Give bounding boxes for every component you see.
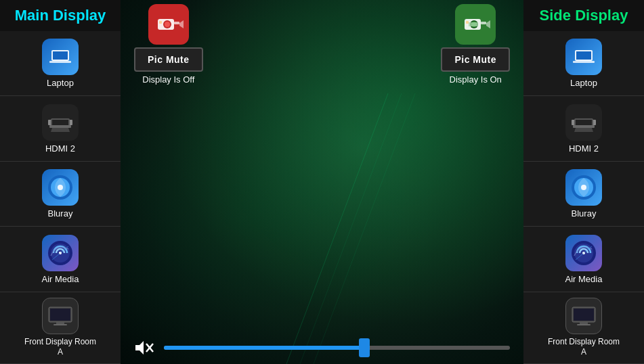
- sidebar-item-frontdisplay-right[interactable]: Front Display RoomA: [523, 292, 644, 364]
- frontdisplay-icon-right: [565, 298, 602, 334]
- bluray-label-right: Bluray: [572, 208, 597, 219]
- svg-rect-53: [580, 322, 588, 324]
- svg-marker-7: [51, 128, 70, 132]
- bluray-icon-right: [565, 169, 602, 206]
- sidebar-item-bluray-right[interactable]: Bluray: [523, 162, 644, 227]
- svg-rect-38: [576, 51, 591, 60]
- svg-rect-30: [466, 21, 469, 24]
- frontdisplay-svg-left: [47, 304, 74, 328]
- bottom-bar: [121, 332, 523, 364]
- svg-point-23: [165, 22, 170, 27]
- laptop-svg-left: [48, 45, 72, 69]
- left-sidebar: Main Display Laptop HDMI 2: [0, 0, 121, 364]
- airmedia-icon-right: [565, 235, 602, 271]
- svg-rect-52: [574, 309, 594, 321]
- airmedia-label-left: Air Media: [42, 274, 79, 284]
- laptop-icon-left: [42, 39, 79, 75]
- sidebar-item-hdmi2-right[interactable]: HDMI 2: [523, 96, 644, 161]
- bluray-label-left: Bluray: [48, 208, 73, 219]
- pic-mute-btn-left[interactable]: Pic Mute: [134, 47, 203, 72]
- hdmi2-label-right: HDMI 2: [569, 143, 599, 154]
- left-projector-icon: [148, 4, 189, 45]
- volume-slider-fill: [164, 346, 364, 350]
- projector-svg-left: [154, 9, 184, 39]
- pic-mute-btn-right[interactable]: Pic Mute: [441, 47, 510, 72]
- left-sidebar-title: Main Display: [0, 0, 121, 31]
- main-center-area: [121, 89, 523, 332]
- hdmi-svg-left: [45, 110, 75, 135]
- main-content: Pic Mute Display Is Off: [121, 0, 523, 364]
- svg-marker-34: [135, 341, 144, 355]
- frontdisplay-label-left: Front Display RoomA: [24, 337, 96, 358]
- right-projector-status: Display Is On: [450, 74, 502, 85]
- right-sidebar: Side Display Laptop HDMI 2: [523, 0, 644, 364]
- laptop-svg-right: [572, 45, 596, 69]
- svg-rect-29: [481, 22, 486, 24]
- sidebar-item-bluray-left[interactable]: Bluray: [0, 162, 121, 227]
- frontdisplay-icon-left: [42, 298, 79, 334]
- svg-rect-39: [573, 61, 595, 63]
- svg-rect-24: [174, 22, 179, 24]
- svg-rect-43: [573, 125, 595, 128]
- svg-rect-6: [49, 125, 71, 128]
- svg-rect-5: [52, 120, 68, 125]
- svg-rect-2: [49, 61, 71, 63]
- airmedia-svg-left: [47, 240, 74, 267]
- hdmi-icon-left: [42, 104, 79, 141]
- laptop-label-right: Laptop: [570, 78, 597, 88]
- laptop-icon-right: [565, 39, 602, 75]
- right-projector-icon: [455, 4, 496, 45]
- volume-mute-icon: [134, 338, 156, 357]
- frontdisplay-label-right: Front Display RoomA: [548, 337, 620, 358]
- sidebar-item-airmedia-right[interactable]: Air Media: [523, 227, 644, 292]
- svg-rect-17: [53, 324, 67, 325]
- sidebar-item-laptop-right[interactable]: Laptop: [523, 31, 644, 96]
- right-projector-section: Pic Mute Display Is On: [441, 4, 510, 85]
- right-sidebar-title: Side Display: [523, 0, 644, 31]
- sidebar-item-frontdisplay-left[interactable]: Front Display RoomA: [0, 292, 121, 364]
- svg-rect-25: [159, 21, 162, 24]
- sidebar-item-airmedia-left[interactable]: Air Media: [0, 227, 121, 292]
- airmedia-label-right: Air Media: [565, 274, 603, 284]
- sidebar-item-laptop-left[interactable]: Laptop: [0, 31, 121, 96]
- hdmi-svg-right: [569, 110, 599, 135]
- svg-rect-15: [50, 309, 70, 321]
- top-bar: Pic Mute Display Is Off: [121, 0, 523, 89]
- svg-rect-54: [577, 324, 591, 325]
- frontdisplay-svg-right: [570, 304, 597, 328]
- svg-rect-16: [56, 322, 64, 324]
- airmedia-icon-left: [42, 235, 79, 271]
- airmedia-svg-right: [570, 240, 597, 267]
- sidebar-item-hdmi2-left[interactable]: HDMI 2: [0, 96, 121, 161]
- bluray-icon-left: [42, 169, 79, 206]
- bluray-svg-right: [570, 174, 597, 201]
- left-projector-section: Pic Mute Display Is Off: [134, 4, 203, 85]
- left-projector-status: Display Is Off: [142, 74, 194, 85]
- svg-marker-44: [574, 128, 593, 132]
- hdmi2-label-left: HDMI 2: [45, 143, 75, 154]
- volume-slider-container: [164, 346, 510, 350]
- laptop-label-left: Laptop: [47, 78, 74, 88]
- hdmi-icon-right: [565, 104, 602, 141]
- volume-icon-wrap: [134, 338, 156, 357]
- bluray-svg-left: [47, 174, 74, 201]
- projector-svg-right: [460, 9, 490, 39]
- svg-rect-42: [576, 120, 592, 125]
- svg-rect-1: [53, 51, 68, 60]
- volume-slider-thumb[interactable]: [359, 338, 370, 357]
